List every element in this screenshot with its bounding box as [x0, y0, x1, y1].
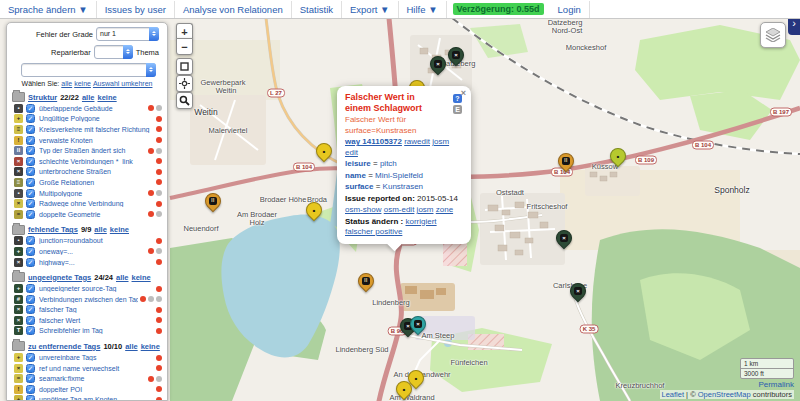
section-all-link[interactable]: alle: [82, 93, 95, 102]
issue-type-link[interactable]: Typ der Straßen ändert sich: [39, 147, 146, 154]
osm-link[interactable]: OpenStreetMap: [698, 390, 751, 399]
section-all-link[interactable]: alle: [94, 225, 107, 234]
edit-button[interactable]: E: [453, 105, 462, 114]
section-title-link[interactable]: zu entfernende Tags: [28, 342, 100, 351]
osm-action-link-1[interactable]: osm-edit: [384, 205, 415, 214]
section-all-link[interactable]: alle: [125, 342, 138, 351]
checkbox-checked[interactable]: ✓: [26, 210, 35, 219]
checkbox-checked[interactable]: ✓: [26, 157, 35, 166]
checkbox-checked[interactable]: ✓: [26, 395, 35, 401]
issue-type-link[interactable]: Multipolygone: [39, 190, 146, 197]
checkbox-checked[interactable]: ✓: [26, 136, 35, 145]
permalink-link[interactable]: Permalink: [758, 380, 794, 389]
issue-type-link[interactable]: Schreibfehler im Tag: [39, 327, 154, 334]
theme-select[interactable]: [21, 63, 156, 77]
issue-type-link[interactable]: schlechte Verbindungen *_link: [39, 158, 154, 165]
locate-button[interactable]: [176, 75, 193, 92]
zoom-out-button[interactable]: −: [176, 38, 193, 55]
nav-item-help[interactable]: Hilfe ▼: [399, 1, 447, 18]
checkbox-checked[interactable]: ✓: [26, 247, 35, 256]
checkbox-checked[interactable]: ✓: [26, 114, 35, 123]
issue-type-link[interactable]: falscher Wert: [39, 317, 154, 324]
issue-type-link[interactable]: Kreisverkehre mit falscher Richtung: [39, 126, 154, 133]
checkbox-checked[interactable]: ✓: [26, 326, 35, 335]
issue-type-link[interactable]: oneway=...: [39, 248, 146, 255]
section-title-link[interactable]: ungeeignete Tags: [28, 273, 91, 282]
way-action-link-1[interactable]: josm: [432, 137, 449, 146]
issue-type-link[interactable]: junction=roundabout: [39, 237, 154, 244]
issue-type-link[interactable]: Verbindungen zwischen den Tags: [39, 296, 138, 303]
checkbox-checked[interactable]: ✓: [26, 104, 35, 113]
osm-action-link-2[interactable]: josm: [417, 205, 434, 214]
checkbox-checked[interactable]: ✓: [26, 364, 35, 373]
checkbox-checked[interactable]: ✓: [26, 284, 35, 293]
repairable-select[interactable]: [94, 45, 133, 59]
nav-item-statistics[interactable]: Statistik: [292, 1, 342, 18]
box-select-button[interactable]: [176, 58, 193, 75]
issue-type-link[interactable]: Radwege ohne Verbindung: [39, 200, 154, 207]
issue-type-link[interactable]: unnötiger Tag am Knoten: [39, 396, 154, 401]
section-none-link[interactable]: keine: [97, 93, 116, 102]
checkbox-checked[interactable]: ✓: [26, 167, 35, 176]
checkbox-checked[interactable]: ✓: [26, 374, 35, 383]
checkbox-checked[interactable]: ✓: [26, 125, 35, 134]
nav-item-export[interactable]: Export ▼: [342, 1, 399, 18]
checkbox-checked[interactable]: ✓: [26, 295, 35, 304]
issue-type-link[interactable]: doppelter POI: [39, 386, 154, 393]
issue-type-link[interactable]: doppelte Geometrie: [39, 211, 146, 218]
choose-link-1[interactable]: keine: [74, 80, 91, 87]
section-title-link[interactable]: Struktur: [28, 93, 57, 102]
issue-type-link[interactable]: unvereinbare Tags: [39, 354, 154, 361]
issue-type-link[interactable]: ref und name verwechselt: [39, 365, 154, 372]
choose-link-2[interactable]: Auswahl umkehren: [93, 80, 153, 87]
issue-type-link[interactable]: unterbrochene Straßen: [39, 168, 154, 175]
leaflet-link[interactable]: Leaflet: [662, 390, 685, 399]
way-link[interactable]: way 141105372: [345, 137, 402, 146]
nav-item-language[interactable]: Sprache ändern ▼: [0, 1, 97, 18]
issue-type-link[interactable]: falscher Tag: [39, 306, 154, 313]
issue-type-link[interactable]: seamark:fixme: [39, 375, 146, 382]
section-title-link[interactable]: fehlende Tags: [28, 225, 78, 234]
red-dot: [156, 137, 162, 143]
osm-action-link-0[interactable]: osm-show: [345, 205, 381, 214]
help-button[interactable]: ?: [453, 94, 462, 103]
checkbox-checked[interactable]: ✓: [26, 258, 35, 267]
checkbox-checked[interactable]: ✓: [26, 316, 35, 325]
issue-type-link[interactable]: überlappende Gebäude: [39, 105, 146, 112]
way-action-link-2[interactable]: edit: [345, 148, 358, 157]
nav-item-issues-by-user[interactable]: Issues by user: [97, 1, 175, 18]
choose-link-0[interactable]: alle: [61, 80, 72, 87]
tag-value[interactable]: pitch: [380, 159, 397, 168]
issue-type-link[interactable]: highway=...: [39, 259, 154, 266]
tag-key[interactable]: surface: [345, 182, 373, 191]
checkbox-checked[interactable]: ✓: [26, 353, 35, 362]
checkbox-checked[interactable]: ✓: [26, 385, 35, 394]
zoom-in-button[interactable]: +: [176, 23, 193, 39]
tag-key[interactable]: leisure: [345, 159, 371, 168]
tag-value[interactable]: Mini-Spielfeld: [375, 171, 423, 180]
nav-item-login[interactable]: Login: [550, 1, 590, 18]
grade-select[interactable]: nur 1: [96, 27, 159, 41]
checkbox-checked[interactable]: ✓: [26, 146, 35, 155]
checkbox-checked[interactable]: ✓: [26, 236, 35, 245]
section-none-link[interactable]: keine: [141, 342, 160, 351]
checkbox-checked[interactable]: ✓: [26, 199, 35, 208]
osm-action-link-3[interactable]: zone: [436, 205, 453, 214]
search-button[interactable]: [176, 92, 193, 109]
issue-type-link[interactable]: ungeeigneter source-Tag: [39, 285, 154, 292]
issue-type-link[interactable]: verwaiste Knoten: [39, 137, 154, 144]
tag-value[interactable]: Kunstrasen: [383, 182, 423, 191]
section-none-link[interactable]: keine: [110, 225, 129, 234]
layers-control[interactable]: [760, 22, 786, 48]
way-action-link-0[interactable]: rawedit: [404, 137, 430, 146]
checkbox-checked[interactable]: ✓: [26, 189, 35, 198]
issue-type-link[interactable]: Große Relationen: [39, 179, 154, 186]
checkbox-checked[interactable]: ✓: [26, 305, 35, 314]
tag-key[interactable]: name: [345, 171, 366, 180]
checkbox-checked[interactable]: ✓: [26, 178, 35, 187]
status-link-0[interactable]: korrigiert: [405, 217, 436, 226]
issue-type-link[interactable]: Ungültige Polygone: [39, 115, 154, 122]
nav-item-relation-analysis[interactable]: Analyse von Relationen: [175, 1, 292, 18]
section-all-link[interactable]: alle: [116, 273, 129, 282]
section-none-link[interactable]: keine: [132, 273, 151, 282]
